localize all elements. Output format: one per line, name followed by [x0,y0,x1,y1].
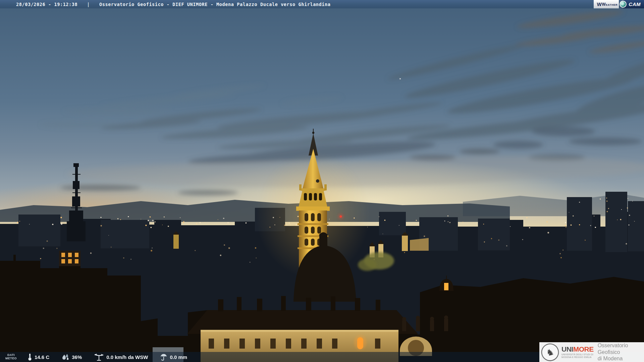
unimore-subtitle: UNIVERSITÀ DEGLI STUDI DI MODENA E REGGI… [561,353,594,359]
observatory-name: Osservatorio Geofisico di Modena [598,342,644,362]
humidity-reading: 36% [61,354,82,360]
weathercam-weather-label: Weather [602,2,618,7]
temperature-value: 14.6 C [35,354,49,360]
unimore-seal-icon: ♞ [539,342,560,362]
webcam-photo [0,0,644,362]
wind-value: 0.0 km/h da WSW [106,354,148,360]
rain-reading: 0.0 mm [160,353,187,361]
wind-vane-icon [94,353,104,361]
wind-reading: 0.0 km/h da WSW [94,353,148,361]
top-info-bar: 28/03/2026 - 19:12:38 | Osservatorio Geo… [0,0,644,8]
temperature-reading: 14.6 C [28,353,49,361]
umbrella-icon [160,353,167,361]
dati-meteo-badge: DATI METEO [5,354,17,360]
thermometer-icon [28,353,32,361]
humidity-value: 36% [72,354,82,360]
humidity-icon [61,354,69,360]
separator: | [87,2,90,7]
webcam-page: 28/03/2026 - 19:12:38 | Osservatorio Geo… [0,0,644,362]
unimore-logo-box: ♞ UNIMORE UNIVERSITÀ DEGLI STUDI DI MODE… [539,342,644,362]
vent-building [59,251,80,266]
rain-value: 0.0 mm [170,354,187,360]
unimore-wordmark: UNIMORE [561,346,594,353]
weathercam-logo: WWeather CAM [594,0,644,8]
timestamp: 28/03/2026 - 19:12:38 [16,2,77,7]
page-title: Osservatorio Geofisico - DIEF UNIMORE - … [99,2,331,7]
